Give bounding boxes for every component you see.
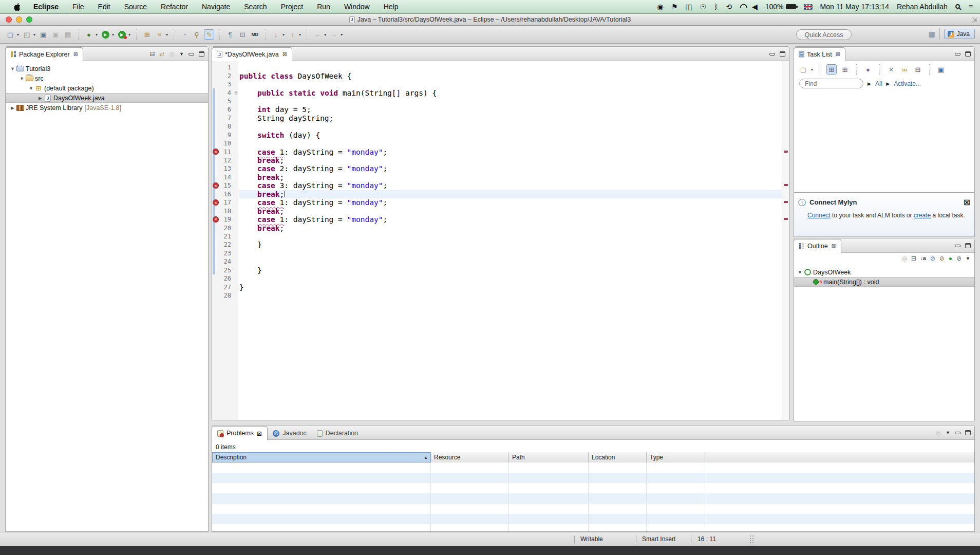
error-marker-icon[interactable]: × [213,216,219,223]
code-editor-area[interactable]: 12public class DaysOfWeek {34⊖ public st… [212,61,789,420]
time-machine-icon[interactable]: ⟲ [726,3,732,10]
java-perspective-button[interactable]: J Java [944,29,975,39]
code-line-14[interactable]: 14 break; [212,173,782,181]
column-header-path[interactable]: Path [509,452,589,462]
dropdown-arrow-icon[interactable]: ▾ [96,32,98,37]
tree-item-tutorial3[interactable]: ▼Tutorial3 [6,64,208,73]
menu-help[interactable]: Help [384,3,399,11]
code-line-5[interactable]: 5 [212,97,782,105]
spotlight-search-icon[interactable]: ⚲ [953,2,963,11]
view-menu-icon[interactable]: ▼ [966,256,970,261]
close-mylyn-icon[interactable]: ⊠ [964,197,970,207]
expand-arrow-icon[interactable]: ▶ [10,105,15,110]
word-wrap-icon[interactable]: MD [250,29,260,40]
save-icon[interactable]: ▣ [38,29,48,40]
apple-menu[interactable] [13,3,21,11]
code-line-1[interactable]: 1 [212,63,782,71]
airplay-icon[interactable]: ◫ [685,3,692,10]
fold-collapse-icon[interactable]: ⊖ [233,90,239,96]
outline-item-main-string-void[interactable]: Smain(String[]) : void [794,277,974,287]
column-header-type[interactable]: Type [647,452,705,462]
maximize-panel-icon[interactable] [965,243,971,248]
view-menu-icon[interactable]: ▼ [946,430,950,435]
run-icon[interactable]: ▶ [100,29,110,40]
forward-icon[interactable]: → [329,29,339,40]
javadoc-tab[interactable]: @ Javadoc [268,426,312,440]
record-icon[interactable]: ◉ [657,3,663,10]
next-annotation-icon[interactable]: ↓ [271,29,281,40]
menu-refactor[interactable]: Refactor [161,3,188,11]
user-menu[interactable]: Rehan Abdullah [897,3,948,11]
delete-task-icon[interactable]: × [886,64,896,75]
code-line-12[interactable]: 12 break; [212,156,782,164]
open-type-icon[interactable]: G [154,29,164,40]
previous-annotation-icon[interactable]: ↑ [287,29,297,40]
tree-item-daysofweek-java[interactable]: ▶JDaysOfWeek.java [6,93,208,103]
tree-item-jre-system-library[interactable]: ▶JRE System Library[JavaSE-1.8] [6,103,208,113]
overview-error-mark[interactable] [784,201,788,203]
collapse-all-tasks-icon[interactable]: ⊟ [913,64,923,75]
code-line-13[interactable]: 13 case 2: dayString = "monday"; [212,164,782,173]
dropdown-arrow-icon[interactable]: ▾ [128,32,130,37]
column-header-resource[interactable]: Resource [431,452,509,462]
overview-error-mark[interactable] [784,184,788,186]
column-header-location[interactable]: Location [589,452,647,462]
dropdown-arrow-icon[interactable]: ▾ [811,67,813,72]
dropdown-arrow-icon[interactable]: ▾ [166,32,168,37]
code-line-3[interactable]: 3 [212,80,782,88]
dropdown-arrow-icon[interactable]: ▾ [341,32,343,37]
scope-arrow-icon[interactable]: ▶ [886,81,890,86]
mark-occurrences-icon[interactable]: ✎ [204,29,214,40]
code-line-8[interactable]: 8 [212,122,782,131]
menu-navigate[interactable]: Navigate [202,3,230,11]
open-task-icon[interactable]: ◔ [179,29,190,40]
code-line-28[interactable]: 28 [212,291,782,300]
wifi-icon[interactable]: ◠ [740,3,744,11]
run-external-tools-icon[interactable]: ▶ [117,29,127,40]
overview-ruler[interactable] [782,61,789,420]
close-tab-icon[interactable]: ⊠ [832,243,836,249]
tree-item-src[interactable]: ▼src [6,73,208,83]
code-line-19[interactable]: ×19 case 1: dayString = "monday"; [212,215,782,224]
overview-error-mark[interactable] [784,151,788,153]
maximize-panel-icon[interactable] [965,51,971,57]
maximize-panel-icon[interactable] [780,51,785,57]
collapse-arrow-icon[interactable]: ▼ [19,76,25,81]
new-java-element-icon[interactable]: ◰ [22,29,32,40]
dropdown-arrow-icon[interactable]: ▾ [299,32,301,37]
dropdown-arrow-icon[interactable]: ▾ [33,32,35,37]
volume-icon[interactable]: ◀ [752,3,758,10]
close-tab-icon[interactable]: ⊠ [282,51,287,58]
minimize-panel-icon[interactable] [955,432,960,434]
window-resize-icon[interactable]: ⇲ [972,16,977,23]
accessibility-icon[interactable]: ☉ [700,3,706,10]
code-line-25[interactable]: 25 } [212,266,782,274]
sort-icon[interactable]: ↓a [920,256,926,261]
menu-edit[interactable]: Edit [98,3,110,11]
collapse-arrow-icon[interactable]: ▼ [797,270,803,275]
new-wizard-icon[interactable]: ▢ [5,29,15,40]
close-tab-icon[interactable]: ⊠ [836,51,840,58]
mylyn-connect-link[interactable]: Connect [807,212,831,219]
print-icon[interactable]: ▤ [63,29,73,40]
collapse-arrow-icon[interactable]: ▼ [28,86,34,91]
column-header-description[interactable]: Description▲ [212,452,431,462]
declaration-tab[interactable]: Declaration [312,426,363,440]
save-all-icon[interactable]: ▣ [50,29,61,40]
minimize-panel-icon[interactable] [955,53,960,55]
back-icon[interactable]: ← [312,29,323,40]
import-tasks-icon[interactable]: ▣ [936,64,946,75]
code-line-18[interactable]: 18 break; [212,207,782,215]
scheduled-view-icon[interactable]: ⊞ [840,64,850,75]
search-toolbar-icon[interactable]: ⚲ [192,29,202,40]
minimize-panel-icon[interactable] [955,245,960,247]
code-line-21[interactable]: 21 [212,232,782,240]
notification-center-icon[interactable]: ≡ [969,3,973,10]
problems-tab[interactable]: Problems ⊠ [212,426,268,440]
minimize-panel-icon[interactable] [769,53,775,55]
boom-icon[interactable]: ⚑ [671,3,678,10]
code-line-20[interactable]: 20 break; [212,224,782,232]
code-line-27[interactable]: 27} [212,283,782,291]
package-explorer-tab[interactable]: Package Explorer ⊠ [5,47,83,61]
dropdown-arrow-icon[interactable]: ▾ [282,32,285,37]
